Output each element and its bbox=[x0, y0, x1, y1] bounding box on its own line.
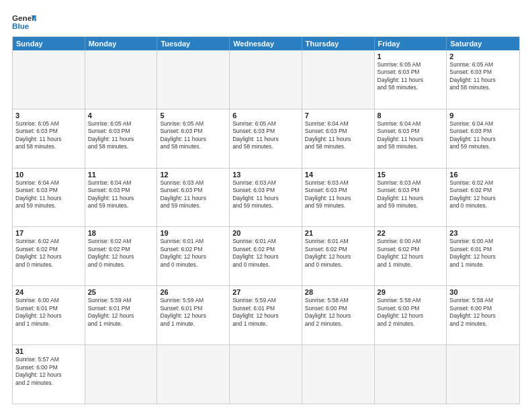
weekday-header: Monday bbox=[85, 37, 158, 50]
calendar-cell bbox=[447, 345, 519, 404]
day-info: Sunrise: 6:04 AM Sunset: 6:03 PM Dayligh… bbox=[378, 120, 444, 151]
day-info: Sunrise: 5:59 AM Sunset: 6:01 PM Dayligh… bbox=[232, 297, 299, 328]
day-number: 14 bbox=[305, 171, 371, 179]
day-number: 15 bbox=[378, 171, 444, 179]
calendar-cell: 26Sunrise: 5:59 AM Sunset: 6:01 PM Dayli… bbox=[157, 286, 230, 345]
day-number: 8 bbox=[378, 111, 444, 120]
calendar-cell: 2Sunrise: 6:05 AM Sunset: 6:03 PM Daylig… bbox=[447, 50, 519, 109]
day-number: 28 bbox=[305, 288, 371, 296]
calendar-row: 3Sunrise: 6:05 AM Sunset: 6:03 PM Daylig… bbox=[13, 109, 519, 168]
calendar-cell: 20Sunrise: 6:01 AM Sunset: 6:02 PM Dayli… bbox=[230, 227, 302, 285]
day-number: 5 bbox=[160, 111, 226, 120]
calendar-cell: 21Sunrise: 6:01 AM Sunset: 6:02 PM Dayli… bbox=[302, 227, 375, 285]
day-info: Sunrise: 6:04 AM Sunset: 6:03 PM Dayligh… bbox=[305, 120, 371, 151]
calendar-row: 10Sunrise: 6:04 AM Sunset: 6:03 PM Dayli… bbox=[13, 168, 519, 227]
day-info: Sunrise: 6:05 AM Sunset: 6:03 PM Dayligh… bbox=[88, 120, 154, 151]
calendar-cell: 8Sunrise: 6:04 AM Sunset: 6:03 PM Daylig… bbox=[375, 109, 447, 168]
calendar-cell bbox=[230, 50, 302, 109]
day-info: Sunrise: 6:02 AM Sunset: 6:02 PM Dayligh… bbox=[15, 238, 82, 269]
calendar-cell: 30Sunrise: 5:58 AM Sunset: 6:00 PM Dayli… bbox=[447, 286, 519, 345]
calendar-row: 17Sunrise: 6:02 AM Sunset: 6:02 PM Dayli… bbox=[13, 226, 519, 285]
calendar-cell bbox=[157, 50, 230, 109]
day-number: 13 bbox=[232, 171, 299, 179]
calendar-cell: 4Sunrise: 6:05 AM Sunset: 6:03 PM Daylig… bbox=[85, 109, 158, 168]
day-number: 1 bbox=[378, 52, 444, 60]
day-number: 24 bbox=[15, 288, 82, 296]
calendar-cell: 13Sunrise: 6:03 AM Sunset: 6:03 PM Dayli… bbox=[230, 169, 302, 227]
day-info: Sunrise: 6:03 AM Sunset: 6:03 PM Dayligh… bbox=[305, 179, 371, 210]
calendar-cell: 17Sunrise: 6:02 AM Sunset: 6:02 PM Dayli… bbox=[13, 227, 85, 285]
day-info: Sunrise: 6:01 AM Sunset: 6:02 PM Dayligh… bbox=[160, 238, 226, 269]
calendar-row: 1Sunrise: 6:05 AM Sunset: 6:03 PM Daylig… bbox=[13, 50, 519, 109]
calendar-cell bbox=[157, 345, 230, 404]
calendar-cell bbox=[302, 345, 375, 404]
calendar-cell bbox=[230, 345, 302, 404]
calendar-cell: 31Sunrise: 5:57 AM Sunset: 6:00 PM Dayli… bbox=[13, 345, 85, 404]
day-info: Sunrise: 5:59 AM Sunset: 6:01 PM Dayligh… bbox=[160, 297, 226, 328]
calendar-cell: 9Sunrise: 6:04 AM Sunset: 6:03 PM Daylig… bbox=[447, 109, 519, 168]
calendar-cell: 5Sunrise: 6:05 AM Sunset: 6:03 PM Daylig… bbox=[157, 109, 230, 168]
calendar-cell: 3Sunrise: 6:05 AM Sunset: 6:03 PM Daylig… bbox=[13, 109, 85, 168]
day-number: 21 bbox=[305, 229, 371, 237]
day-info: Sunrise: 6:02 AM Sunset: 6:02 PM Dayligh… bbox=[88, 238, 154, 269]
calendar-cell: 16Sunrise: 6:02 AM Sunset: 6:02 PM Dayli… bbox=[447, 169, 519, 227]
calendar-cell: 6Sunrise: 6:05 AM Sunset: 6:03 PM Daylig… bbox=[230, 109, 302, 168]
day-number: 3 bbox=[15, 111, 82, 120]
weekday-header: Sunday bbox=[13, 37, 85, 50]
day-info: Sunrise: 6:01 AM Sunset: 6:02 PM Dayligh… bbox=[305, 238, 371, 269]
day-info: Sunrise: 6:03 AM Sunset: 6:03 PM Dayligh… bbox=[232, 179, 299, 210]
day-info: Sunrise: 6:05 AM Sunset: 6:03 PM Dayligh… bbox=[449, 61, 517, 92]
day-info: Sunrise: 6:01 AM Sunset: 6:02 PM Dayligh… bbox=[232, 238, 299, 269]
day-info: Sunrise: 6:04 AM Sunset: 6:03 PM Dayligh… bbox=[449, 120, 517, 151]
calendar-cell: 23Sunrise: 6:00 AM Sunset: 6:01 PM Dayli… bbox=[447, 227, 519, 285]
day-number: 27 bbox=[232, 288, 299, 296]
day-number: 17 bbox=[15, 229, 82, 237]
calendar-cell: 29Sunrise: 5:58 AM Sunset: 6:00 PM Dayli… bbox=[375, 286, 447, 345]
svg-text:Blue: Blue bbox=[12, 21, 30, 30]
calendar-cell: 14Sunrise: 6:03 AM Sunset: 6:03 PM Dayli… bbox=[302, 169, 375, 227]
calendar-body: 1Sunrise: 6:05 AM Sunset: 6:03 PM Daylig… bbox=[13, 50, 519, 404]
day-number: 12 bbox=[160, 171, 226, 179]
day-info: Sunrise: 5:57 AM Sunset: 6:00 PM Dayligh… bbox=[15, 356, 82, 387]
weekday-header: Saturday bbox=[447, 37, 519, 50]
calendar-cell: 1Sunrise: 6:05 AM Sunset: 6:03 PM Daylig… bbox=[375, 50, 447, 109]
weekday-header: Friday bbox=[375, 37, 447, 50]
day-info: Sunrise: 6:04 AM Sunset: 6:03 PM Dayligh… bbox=[15, 179, 82, 210]
logo-icon: General Blue bbox=[12, 12, 36, 31]
calendar-cell: 12Sunrise: 6:03 AM Sunset: 6:03 PM Dayli… bbox=[157, 169, 230, 227]
day-number: 16 bbox=[449, 171, 517, 179]
weekday-header: Tuesday bbox=[157, 37, 230, 50]
day-number: 7 bbox=[305, 111, 371, 120]
day-info: Sunrise: 6:03 AM Sunset: 6:03 PM Dayligh… bbox=[160, 179, 226, 210]
day-number: 23 bbox=[449, 229, 517, 237]
day-number: 6 bbox=[232, 111, 299, 120]
page: General Blue SundayMondayTuesdayWednesda… bbox=[0, 0, 532, 411]
calendar-cell: 25Sunrise: 5:59 AM Sunset: 6:01 PM Dayli… bbox=[85, 286, 158, 345]
day-number: 18 bbox=[88, 229, 154, 237]
calendar-cell: 7Sunrise: 6:04 AM Sunset: 6:03 PM Daylig… bbox=[302, 109, 375, 168]
calendar-cell bbox=[375, 345, 447, 404]
weekday-header: Thursday bbox=[302, 37, 375, 50]
calendar-cell bbox=[85, 345, 158, 404]
calendar: SundayMondayTuesdayWednesdayThursdayFrid… bbox=[12, 36, 520, 404]
calendar-cell: 24Sunrise: 6:00 AM Sunset: 6:01 PM Dayli… bbox=[13, 286, 85, 345]
day-number: 4 bbox=[88, 111, 154, 120]
calendar-cell: 27Sunrise: 5:59 AM Sunset: 6:01 PM Dayli… bbox=[230, 286, 302, 345]
calendar-row: 24Sunrise: 6:00 AM Sunset: 6:01 PM Dayli… bbox=[13, 285, 519, 345]
day-number: 2 bbox=[449, 52, 517, 60]
calendar-cell: 10Sunrise: 6:04 AM Sunset: 6:03 PM Dayli… bbox=[13, 169, 85, 227]
day-info: Sunrise: 6:05 AM Sunset: 6:03 PM Dayligh… bbox=[160, 120, 226, 151]
calendar-cell: 18Sunrise: 6:02 AM Sunset: 6:02 PM Dayli… bbox=[85, 227, 158, 285]
day-info: Sunrise: 5:59 AM Sunset: 6:01 PM Dayligh… bbox=[88, 297, 154, 328]
header: General Blue bbox=[12, 12, 520, 31]
calendar-row: 31Sunrise: 5:57 AM Sunset: 6:00 PM Dayli… bbox=[13, 345, 519, 404]
day-number: 25 bbox=[88, 288, 154, 296]
calendar-cell: 15Sunrise: 6:03 AM Sunset: 6:03 PM Dayli… bbox=[375, 169, 447, 227]
day-info: Sunrise: 6:05 AM Sunset: 6:03 PM Dayligh… bbox=[15, 120, 82, 151]
day-info: Sunrise: 6:05 AM Sunset: 6:03 PM Dayligh… bbox=[232, 120, 299, 151]
calendar-cell: 22Sunrise: 6:00 AM Sunset: 6:02 PM Dayli… bbox=[375, 227, 447, 285]
day-number: 30 bbox=[449, 288, 517, 296]
day-info: Sunrise: 6:02 AM Sunset: 6:02 PM Dayligh… bbox=[449, 179, 517, 210]
day-info: Sunrise: 5:58 AM Sunset: 6:00 PM Dayligh… bbox=[378, 297, 444, 328]
day-info: Sunrise: 6:00 AM Sunset: 6:02 PM Dayligh… bbox=[378, 238, 444, 269]
